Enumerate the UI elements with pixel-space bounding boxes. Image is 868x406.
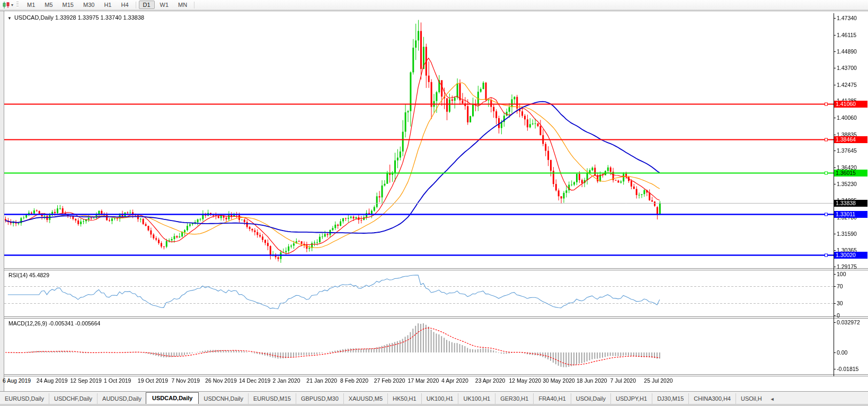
chart-tab-usdcnh-daily[interactable]: USDCNH,Daily — [199, 393, 248, 404]
rsi-tick-label: 70 — [837, 283, 843, 289]
macd-bottom-divider — [4, 374, 868, 376]
ohlc-open: 1.33928 — [55, 14, 76, 21]
candlestick-chart-icon[interactable] — [2, 1, 11, 8]
price-chart-canvas[interactable] — [4, 13, 834, 376]
chart-tab-usoil-h[interactable]: USOil,H — [736, 393, 767, 404]
toolbar-separator — [136, 2, 136, 8]
chart-tab-gbpusd-m30[interactable]: GBPUSD,M30 — [296, 393, 343, 404]
timeframe-toolbar: ▾ M1M5M15M30H1H4D1W1MN — [0, 0, 868, 10]
chart-tab-ger30-h1[interactable]: GER30,H1 — [495, 393, 533, 404]
axis-tick-mark — [834, 18, 836, 19]
price-tick-label: 1.44890 — [837, 48, 857, 55]
chart-tab-usdcad-daily[interactable]: USDCAD,Daily — [146, 392, 199, 404]
timeframe-button-m5[interactable]: M5 — [40, 1, 57, 9]
rsi-macd-pane-divider[interactable] — [4, 316, 868, 319]
date-tick-label: 7 Nov 2019 — [172, 377, 200, 384]
chart-tab-uk100-h1[interactable]: UK100,H1 — [458, 393, 495, 404]
axis-tick-mark — [834, 267, 836, 267]
chart-tab-china300-h4[interactable]: CHINA300,H4 — [688, 393, 736, 404]
date-tick-label: 1 Oct 2019 — [104, 377, 131, 384]
timeframe-button-m15[interactable]: M15 — [58, 1, 78, 9]
axis-tick-mark — [834, 184, 836, 184]
timeframe-button-h4[interactable]: H4 — [117, 1, 132, 9]
date-tick-label: 6 Aug 2019 — [3, 377, 31, 384]
axis-tick-mark — [834, 369, 836, 369]
chart-tab-eurusd-daily[interactable]: EURUSD,Daily — [0, 393, 49, 404]
ohlc-low: 1.33740 — [101, 14, 122, 21]
tab-scroll-left-icon[interactable]: ◄ — [767, 394, 778, 404]
rsi-indicator-label: RSI(14) 45.4829 — [8, 272, 49, 278]
axis-tick-mark — [834, 68, 836, 68]
timeframe-button-group: M1M5M15M30H1H4D1W1MN — [22, 1, 192, 9]
axis-tick-mark — [834, 118, 836, 118]
level-price-label: 1.33011 — [834, 211, 867, 218]
date-tick-label: 23 Apr 2020 — [475, 377, 506, 384]
date-tick-label: 21 Jan 2020 — [306, 377, 337, 384]
date-tick-label: 8 Feb 2020 — [340, 377, 368, 384]
level-price-label: 1.36015 — [834, 170, 867, 176]
toolbar-grip[interactable] — [16, 2, 19, 8]
price-tick-label: 1.43700 — [837, 65, 857, 71]
chart-tab-usdjpy-h1[interactable]: USDJPY,H1 — [610, 393, 652, 404]
date-tick-label: 26 Nov 2019 — [205, 377, 237, 384]
axis-tick-mark — [834, 167, 836, 168]
price-tick-label: 1.40060 — [837, 114, 857, 121]
chart-tab-dj30-m15[interactable]: DJ30,M15 — [652, 393, 688, 404]
macd-tick-label: 0.00 — [837, 349, 847, 356]
chart-tab-hk50-h1[interactable]: HK50,H1 — [387, 393, 421, 404]
chart-tab-usoil-daily[interactable]: USOil,Daily — [571, 393, 610, 404]
toolbar-separator — [194, 2, 194, 8]
timeframe-button-d1[interactable]: D1 — [139, 1, 155, 9]
timeframe-button-m30[interactable]: M30 — [79, 1, 99, 9]
chart-window-left-frame — [0, 11, 4, 391]
date-tick-label: 4 Apr 2020 — [441, 377, 468, 384]
chart-symbol-label: USDCAD,Daily — [14, 14, 54, 21]
axis-tick-mark — [834, 303, 836, 304]
collapse-chart-icon[interactable]: ▼ — [7, 16, 12, 21]
bottom-strip — [0, 404, 868, 406]
axis-tick-mark — [834, 250, 836, 251]
chart-tab-eurusd-m15[interactable]: EURUSD,M15 — [248, 393, 296, 404]
date-tick-label: 7 Jul 2020 — [610, 377, 636, 384]
rsi-tick-label: 30 — [837, 300, 843, 306]
axis-tick-mark — [834, 135, 836, 135]
axis-tick-mark — [834, 151, 836, 151]
chart-type-dropdown-caret[interactable]: ▾ — [11, 3, 13, 7]
rsi-tick-label: 0 — [837, 312, 840, 319]
macd-tick-label: 0.032972 — [837, 319, 860, 325]
axis-tick-mark — [834, 35, 836, 36]
price-tick-label: 1.37645 — [837, 147, 857, 154]
chart-header: ▼USDCAD,Daily 1.33928 1.33975 1.33740 1.… — [7, 14, 144, 21]
date-tick-label: 24 Aug 2019 — [37, 377, 68, 384]
date-tick-label: 27 Feb 2020 — [374, 377, 405, 384]
macd-indicator-label: MACD(12,26,9) -0.005341 -0.005664 — [8, 320, 100, 326]
timeframe-button-w1[interactable]: W1 — [156, 1, 173, 9]
level-price-label: 1.30020 — [834, 252, 867, 259]
chart-tab-fra40-h1[interactable]: FRA40,H1 — [533, 393, 570, 404]
price-tick-label: 1.47340 — [837, 15, 857, 21]
price-tick-label: 1.42475 — [837, 82, 857, 88]
chart-tab-audusd-daily[interactable]: AUDUSD,Daily — [97, 393, 146, 404]
chart-tab-bar: EURUSD,DailyUSDCHF,DailyAUDUSD,DailyUSDC… — [0, 391, 868, 404]
chart-tab-uk100-h1[interactable]: UK100,H1 — [421, 393, 458, 404]
price-tick-label: 1.46115 — [837, 32, 856, 38]
chart-window-border — [0, 11, 868, 11]
price-tick-label: 1.31590 — [837, 231, 857, 237]
date-tick-label: 2 Jan 2020 — [273, 377, 300, 384]
ohlc-high: 1.33975 — [78, 14, 99, 21]
trading-app-window: ▾ M1M5M15M30H1H4D1W1MN ▼USDCAD,Daily 1.3… — [0, 0, 868, 406]
chart-tab-xauusd-m5[interactable]: XAUUSD,M5 — [343, 393, 387, 404]
chart-tab-usdchf-daily[interactable]: USDCHF,Daily — [49, 393, 97, 404]
date-tick-label: 18 Jun 2020 — [577, 377, 607, 384]
macd-tick-label: -0.01815 — [837, 366, 858, 372]
timeframe-button-h1[interactable]: H1 — [100, 1, 116, 9]
axis-tick-mark — [834, 352, 836, 353]
axis-tick-mark — [834, 234, 836, 234]
date-tick-label: 17 Mar 2020 — [408, 377, 439, 384]
date-tick-label: 30 May 2020 — [543, 377, 575, 384]
timeframe-button-mn[interactable]: MN — [174, 1, 191, 9]
level-price-label: 1.41060 — [834, 101, 867, 108]
main-rsi-pane-divider[interactable] — [4, 268, 868, 270]
axis-tick-mark — [834, 286, 836, 287]
timeframe-button-m1[interactable]: M1 — [23, 1, 39, 9]
